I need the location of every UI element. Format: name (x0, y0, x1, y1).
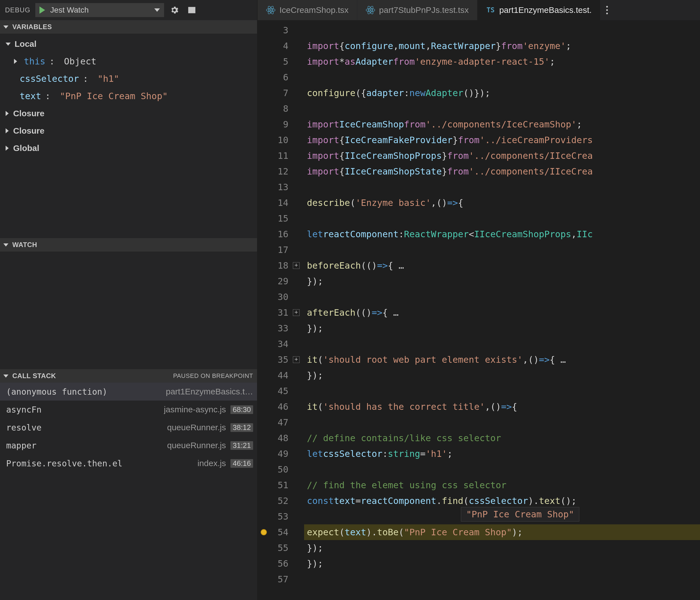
chevron-right-icon (6, 128, 9, 133)
callstack-body: (anonymous function)part1EnzymeBasics.t…… (0, 383, 257, 600)
code-line[interactable]: }); (304, 556, 700, 571)
code-line[interactable]: let reactComponent: ReactWrapper<IIceCre… (304, 226, 700, 242)
callstack-row[interactable]: resolvequeueRunner.js38:12 (0, 418, 257, 436)
tabs-more-icon[interactable] (600, 0, 614, 20)
code-line[interactable]: expect(text).toBe("PnP Ice Cream Shop"); (304, 524, 700, 540)
code-line[interactable] (304, 383, 700, 399)
code-line[interactable]: }); (304, 367, 700, 383)
code-line[interactable]: it('should has the correct title', () =>… (304, 399, 700, 414)
code-line[interactable] (304, 462, 700, 477)
code-line[interactable] (304, 22, 700, 38)
var-this[interactable]: this: Object (0, 53, 257, 70)
gear-icon[interactable] (168, 3, 181, 17)
code-line[interactable]: describe('Enzyme basic', () => { (304, 195, 700, 211)
debug-toolbar: DEBUG Jest Watch (0, 0, 257, 20)
var-key: cssSelector (20, 73, 79, 84)
variables-body: Local this: Object cssSelector: "h1" tex… (0, 33, 257, 238)
code-line[interactable] (304, 179, 700, 195)
callstack-row[interactable]: Promise.resolve.then.elindex.js46:16 (0, 454, 257, 472)
line-number: 15 (269, 211, 291, 226)
code-line[interactable]: }); (304, 540, 700, 556)
watch-body (0, 251, 257, 369)
fold-expand-icon[interactable]: + (293, 262, 300, 269)
chevron-down-icon (3, 243, 8, 246)
callstack-row[interactable]: asyncFnjasmine-async.js68:30 (0, 401, 257, 418)
scope-closure-2[interactable]: Closure (0, 122, 257, 140)
code-line[interactable]: import { IceCreamFakeProvider } from '..… (304, 132, 700, 148)
watch-header[interactable]: WATCH (0, 238, 257, 251)
code-line[interactable] (304, 211, 700, 226)
callstack-row[interactable]: mapperqueueRunner.js31:21 (0, 436, 257, 454)
debug-console-icon[interactable] (185, 3, 199, 17)
code-line[interactable] (304, 289, 700, 305)
line-number: 11 (269, 148, 291, 164)
code-line[interactable] (304, 571, 700, 587)
code-line[interactable] (304, 414, 700, 430)
react-icon (366, 5, 375, 15)
code-line[interactable]: import { configure, mount, ReactWrapper … (304, 38, 700, 54)
editor[interactable]: 3456789101112131415161718293031333435444… (257, 20, 700, 600)
code-line[interactable]: // find the elemet using css selector (304, 477, 700, 493)
chevron-down-icon[interactable] (154, 8, 160, 12)
callstack-file: jasmine-async.js (164, 405, 226, 414)
code-line[interactable] (304, 70, 700, 85)
callstack-row[interactable]: (anonymous function)part1EnzymeBasics.t… (0, 383, 257, 401)
tab-label: IceCreamShop.tsx (279, 5, 349, 15)
code-line[interactable]: import { IIceCreamShopState } from '../c… (304, 164, 700, 179)
editor-tab[interactable]: part7StubPnPJs.test.tsx (357, 0, 477, 20)
variables-header[interactable]: VARIABLES (0, 20, 257, 33)
code-line[interactable]: import { IIceCreamShopProps } from '../c… (304, 148, 700, 164)
code-line[interactable]: }); (304, 320, 700, 336)
callstack-header[interactable]: CALL STACK PAUSED ON BREAKPOINT (0, 369, 257, 383)
editor-tab[interactable]: TSpart1EnzymeBasics.test. (477, 0, 600, 20)
tab-label: part1EnzymeBasics.test. (499, 5, 592, 15)
code-line[interactable] (304, 101, 700, 117)
line-number: 31 (269, 305, 291, 320)
callstack-file: index.js (197, 459, 226, 468)
line-number: 52 (269, 493, 291, 509)
code-line[interactable] (304, 242, 700, 258)
fold-expand-icon[interactable]: + (293, 356, 300, 363)
fold-expand-icon[interactable]: + (293, 309, 300, 316)
code-line[interactable]: configure({ adapter: new Adapter() }); (304, 85, 700, 101)
editor-tab[interactable]: IceCreamShop.tsx (257, 0, 357, 20)
callstack-file: queueRunner.js (167, 440, 226, 450)
var-cssSelector[interactable]: cssSelector: "h1" (0, 70, 257, 88)
code-line[interactable]: afterEach(() => { … (304, 305, 700, 320)
code-line[interactable]: import IceCreamShop from '../components/… (304, 117, 700, 132)
line-number: 12 (269, 164, 291, 179)
typescript-icon: TS (486, 5, 495, 15)
line-number: 18 (269, 258, 291, 273)
line-number: 51 (269, 477, 291, 493)
code-line[interactable] (304, 336, 700, 352)
code-line[interactable]: it('should root web part element exists'… (304, 352, 700, 367)
breakpoint-icon[interactable] (261, 529, 267, 535)
line-number: 48 (269, 430, 291, 446)
callstack-position: 46:16 (230, 459, 253, 468)
var-text[interactable]: text: "PnP Ice Cream Shop" (0, 88, 257, 105)
line-number: 17 (269, 242, 291, 258)
debug-config-selector[interactable]: Jest Watch (35, 3, 164, 17)
code-line[interactable]: const text = reactComponent.find(cssSele… (304, 493, 700, 509)
code-line[interactable]: // define contains/like css selector (304, 430, 700, 446)
scope-global[interactable]: Global (0, 140, 257, 157)
callstack-title: CALL STACK (12, 372, 56, 380)
scope-label: Local (15, 39, 36, 49)
callstack-position: 31:21 (230, 441, 253, 450)
code-line[interactable]: beforeEach(() => { … (304, 258, 700, 273)
line-number: 55 (269, 540, 291, 556)
code-line[interactable]: import * as Adapter from 'enzyme-adapter… (304, 54, 700, 70)
scope-closure-1[interactable]: Closure (0, 105, 257, 122)
line-number: 45 (269, 383, 291, 399)
play-icon[interactable] (40, 6, 45, 14)
scope-local[interactable]: Local (0, 35, 257, 53)
line-number: 4 (269, 38, 291, 54)
code-line[interactable]: }); (304, 273, 700, 289)
callstack-position: 68:30 (230, 405, 253, 414)
code-line[interactable]: let cssSelector: string = 'h1'; (304, 446, 700, 462)
line-number: 16 (269, 226, 291, 242)
editor-tabs: IceCreamShop.tsxpart7StubPnPJs.test.tsxT… (257, 0, 700, 20)
debug-config-name: Jest Watch (50, 6, 89, 15)
line-number: 30 (269, 289, 291, 305)
scope-label: Global (13, 143, 39, 153)
